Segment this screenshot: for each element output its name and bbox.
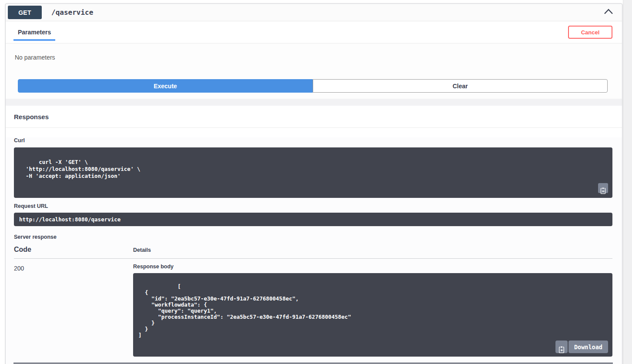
curl-command-text: curl -X 'GET' \ 'http://localhost:8080/q… — [19, 159, 140, 179]
method-badge: GET — [8, 6, 42, 19]
page-scroll-gutter[interactable] — [623, 0, 632, 364]
cancel-button[interactable]: Cancel — [568, 26, 612, 39]
response-body-label: Response body — [133, 264, 612, 270]
server-response-row: 200 Response body [ { "id": "2ea5bc57-e3… — [14, 259, 612, 364]
request-url-label: Request URL — [14, 203, 612, 210]
tab-bar: Parameters Cancel — [6, 21, 622, 43]
responses-section-header: Responses — [6, 106, 622, 128]
responses-content: Curl curl -X 'GET' \ 'http://localhost:8… — [6, 137, 622, 364]
documented-responses-head-rule — [13, 363, 613, 364]
copy-to-clipboard-icon — [555, 333, 568, 361]
code-column-header: Code — [14, 246, 133, 254]
responses-title: Responses — [14, 113, 49, 120]
execute-wrapper: Execute Clear — [18, 79, 608, 93]
chevron-up-icon — [604, 8, 613, 17]
server-response-table-head: Code Details — [14, 246, 612, 259]
status-code: 200 — [14, 264, 133, 364]
copy-response-button[interactable] — [555, 341, 568, 353]
opblock-get-qaservice: GET /qaservice Parameters Cancel No para… — [5, 3, 622, 364]
parameters-section: No parameters Execute Clear — [6, 43, 622, 99]
tab-parameters[interactable]: Parameters — [13, 21, 55, 43]
opblock-summary[interactable]: GET /qaservice — [6, 4, 622, 21]
no-parameters-text: No parameters — [15, 54, 622, 61]
curl-command: curl -X 'GET' \ 'http://localhost:8080/q… — [14, 147, 612, 198]
response-body-block: [ { "id": "2ea5bc57-e30e-47fd-91a7-62768… — [133, 273, 612, 357]
copy-curl-button[interactable] — [598, 183, 608, 193]
clear-button[interactable]: Clear — [313, 79, 608, 93]
download-button[interactable]: Download — [568, 341, 608, 353]
request-url-value: http://localhost:8080/qaservice — [14, 213, 612, 226]
execute-button[interactable]: Execute — [18, 79, 313, 93]
response-details-cell: Response body [ { "id": "2ea5bc57-e30e-4… — [133, 264, 612, 364]
details-column-header: Details — [133, 247, 151, 253]
server-response-label: Server response — [14, 234, 612, 240]
collapse-button[interactable] — [602, 7, 615, 18]
endpoint-path: /qaservice — [51, 8, 93, 17]
response-body-text: [ { "id": "2ea5bc57-e30e-47fd-91a7-62768… — [138, 283, 351, 338]
tab-parameters-label: Parameters — [18, 29, 51, 36]
copy-to-clipboard-icon — [598, 174, 608, 202]
server-response-table: Code Details 200 Response body [ { "id":… — [14, 246, 612, 364]
section-divider — [6, 99, 622, 106]
curl-label: Curl — [14, 137, 612, 144]
response-body-actions: Download — [555, 341, 608, 353]
